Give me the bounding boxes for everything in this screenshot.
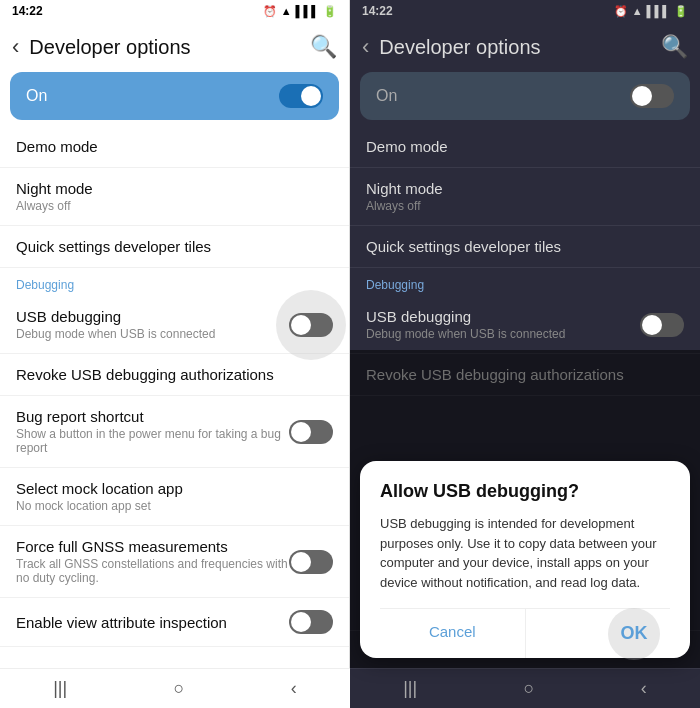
left-revoke-usb-item[interactable]: Revoke USB debugging authorizations xyxy=(0,354,349,396)
left-search-button[interactable]: 🔍 xyxy=(310,34,337,60)
left-night-mode-item[interactable]: Night mode Always off xyxy=(0,168,349,226)
left-usb-debugging-subtitle: Debug mode when USB is connected xyxy=(16,327,289,341)
left-recent-btn[interactable]: ||| xyxy=(45,670,75,707)
dialog-ok-button[interactable]: OK OK xyxy=(525,609,671,658)
left-view-attr-toggle[interactable] xyxy=(289,610,333,634)
right-demo-mode-item[interactable]: Demo mode xyxy=(350,126,700,168)
left-status-icons: ⏰ ▲ ▌▌▌ 🔋 xyxy=(263,5,337,18)
left-mock-location-title: Select mock location app xyxy=(16,480,333,497)
left-settings-list: Demo mode Night mode Always off Quick se… xyxy=(0,126,349,708)
left-top-bar: ‹ Developer options 🔍 xyxy=(0,22,349,72)
left-nav-bar: ||| ○ ‹ xyxy=(0,668,350,708)
right-on-label: On xyxy=(376,87,397,105)
left-panel: 14:22 ⏰ ▲ ▌▌▌ 🔋 ‹ Developer options 🔍 On… xyxy=(0,0,350,708)
left-demo-mode-item[interactable]: Demo mode xyxy=(0,126,349,168)
right-demo-mode-title: Demo mode xyxy=(366,138,684,155)
left-status-bar: 14:22 ⏰ ▲ ▌▌▌ 🔋 xyxy=(0,0,349,22)
left-bug-report-toggle[interactable] xyxy=(289,420,333,444)
right-on-toggle-row[interactable]: On xyxy=(360,72,690,120)
right-main-toggle[interactable] xyxy=(630,84,674,108)
right-main-toggle-knob xyxy=(632,86,652,106)
wifi-icon: ▲ xyxy=(281,5,292,17)
right-usb-debugging-title: USB debugging xyxy=(366,308,640,325)
dialog-title: Allow USB debugging? xyxy=(380,481,670,502)
right-home-btn[interactable]: ○ xyxy=(516,670,543,707)
right-quick-settings-item[interactable]: Quick settings developer tiles xyxy=(350,226,700,268)
right-time: 14:22 xyxy=(362,4,393,18)
left-view-attr-title: Enable view attribute inspection xyxy=(16,614,289,631)
left-bug-report-item[interactable]: Bug report shortcut Show a button in the… xyxy=(0,396,349,468)
dialog-message: USB debugging is intended for developmen… xyxy=(380,514,670,592)
left-main-toggle-knob xyxy=(301,86,321,106)
left-bug-report-toggle-knob xyxy=(291,422,311,442)
left-view-attr-toggle-knob xyxy=(291,612,311,632)
right-status-icons: ⏰ ▲ ▌▌▌ 🔋 xyxy=(614,5,688,18)
right-top-bar: ‹ Developer options 🔍 xyxy=(350,22,700,72)
left-quick-settings-item[interactable]: Quick settings developer tiles xyxy=(0,226,349,268)
allow-usb-dialog: Allow USB debugging? USB debugging is in… xyxy=(360,461,690,658)
left-usb-debugging-title: USB debugging xyxy=(16,308,289,325)
right-signal-icon: ▌▌▌ xyxy=(647,5,670,17)
right-nav-bar: ||| ○ ‹ xyxy=(350,668,700,708)
ok-label: OK xyxy=(621,623,648,644)
right-night-mode-item[interactable]: Night mode Always off xyxy=(350,168,700,226)
right-quick-settings-title: Quick settings developer tiles xyxy=(366,238,684,255)
dialog-cancel-button[interactable]: Cancel xyxy=(380,609,525,658)
left-time: 14:22 xyxy=(12,4,43,18)
left-gnss-item[interactable]: Force full GNSS measurements Track all G… xyxy=(0,526,349,598)
left-back-button[interactable]: ‹ xyxy=(12,34,19,60)
left-back-nav-btn[interactable]: ‹ xyxy=(283,670,305,707)
battery-icon: 🔋 xyxy=(323,5,337,18)
left-night-mode-subtitle: Always off xyxy=(16,199,333,213)
left-usb-debugging-item[interactable]: USB debugging Debug mode when USB is con… xyxy=(0,296,349,354)
right-usb-toggle[interactable] xyxy=(640,313,684,337)
left-on-label: On xyxy=(26,87,47,105)
right-usb-debugging-subtitle: Debug mode when USB is connected xyxy=(366,327,640,341)
right-panel: 14:22 ⏰ ▲ ▌▌▌ 🔋 ‹ Developer options 🔍 On… xyxy=(350,0,700,708)
left-view-attr-item[interactable]: Enable view attribute inspection xyxy=(0,598,349,647)
right-usb-debugging-item[interactable]: USB debugging Debug mode when USB is con… xyxy=(350,296,700,354)
ok-highlight-circle: OK xyxy=(608,608,660,660)
left-demo-mode-title: Demo mode xyxy=(16,138,333,155)
left-page-title: Developer options xyxy=(29,36,310,59)
left-gnss-toggle[interactable] xyxy=(289,550,333,574)
left-bug-report-subtitle: Show a button in the power menu for taki… xyxy=(16,427,289,455)
dialog-overlay: Allow USB debugging? USB debugging is in… xyxy=(350,350,700,668)
left-home-btn[interactable]: ○ xyxy=(166,670,193,707)
left-usb-toggle-knob xyxy=(291,315,311,335)
left-bug-report-title: Bug report shortcut xyxy=(16,408,289,425)
left-gnss-toggle-knob xyxy=(291,552,311,572)
dialog-buttons: Cancel OK OK xyxy=(380,608,670,658)
left-quick-settings-title: Quick settings developer tiles xyxy=(16,238,333,255)
left-on-toggle-row[interactable]: On xyxy=(10,72,339,120)
left-gnss-title: Force full GNSS measurements xyxy=(16,538,289,555)
right-wifi-icon: ▲ xyxy=(632,5,643,17)
right-alarm-icon: ⏰ xyxy=(614,5,628,18)
left-usb-toggle[interactable] xyxy=(289,313,333,337)
left-mock-location-item[interactable]: Select mock location app No mock locatio… xyxy=(0,468,349,526)
left-usb-toggle-container xyxy=(289,313,333,337)
right-battery-icon: 🔋 xyxy=(674,5,688,18)
right-night-mode-title: Night mode xyxy=(366,180,684,197)
right-search-button[interactable]: 🔍 xyxy=(661,34,688,60)
right-back-button[interactable]: ‹ xyxy=(362,34,369,60)
left-main-toggle[interactable] xyxy=(279,84,323,108)
right-page-title: Developer options xyxy=(379,36,661,59)
right-recent-btn[interactable]: ||| xyxy=(395,670,425,707)
signal-icon: ▌▌▌ xyxy=(296,5,319,17)
left-mock-location-subtitle: No mock location app set xyxy=(16,499,333,513)
right-night-mode-subtitle: Always off xyxy=(366,199,684,213)
left-night-mode-title: Night mode xyxy=(16,180,333,197)
right-usb-toggle-knob xyxy=(642,315,662,335)
right-status-bar: 14:22 ⏰ ▲ ▌▌▌ 🔋 xyxy=(350,0,700,22)
alarm-icon: ⏰ xyxy=(263,5,277,18)
right-back-nav-btn[interactable]: ‹ xyxy=(633,670,655,707)
left-gnss-subtitle: Track all GNSS constellations and freque… xyxy=(16,557,289,585)
left-revoke-usb-title: Revoke USB debugging authorizations xyxy=(16,366,333,383)
right-debugging-header: Debugging xyxy=(350,268,700,296)
